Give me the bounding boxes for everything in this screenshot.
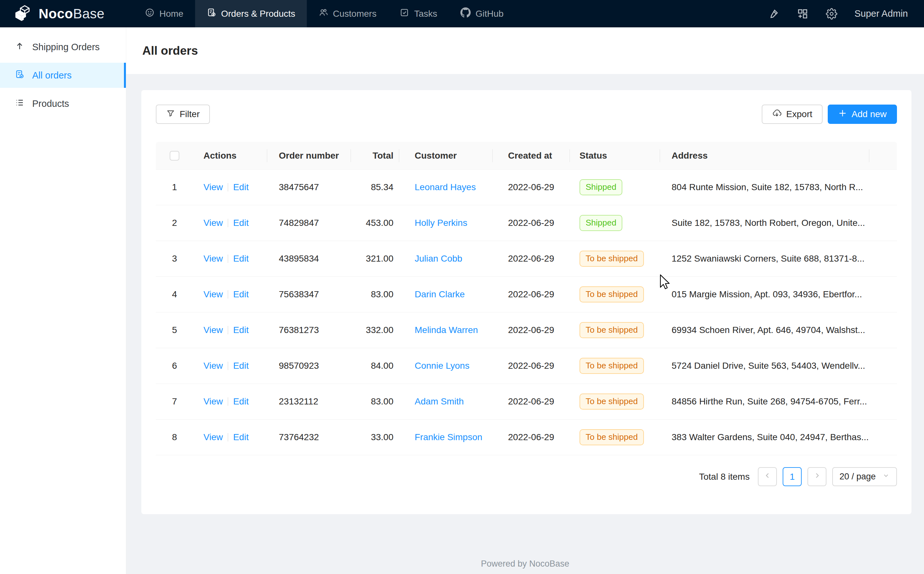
customer-link[interactable]: Adam Smith (415, 396, 464, 407)
view-link[interactable]: View (204, 182, 223, 192)
page-size-value: 20 / page (839, 472, 876, 482)
filter-button-label: Filter (180, 109, 200, 119)
sidebar-item-products[interactable]: Products (0, 91, 126, 116)
tab-tasks[interactable]: Tasks (388, 0, 449, 27)
customer-link[interactable]: Connie Lyons (415, 361, 469, 371)
tab-home[interactable]: Home (133, 0, 195, 27)
edit-link[interactable]: Edit (233, 432, 248, 442)
orders-table: Actions Order number Total Customer Crea… (156, 142, 897, 455)
view-link[interactable]: View (204, 218, 223, 228)
table-toolbar: Filter Export (156, 104, 897, 124)
action-divider (227, 219, 228, 227)
view-link[interactable]: View (204, 432, 223, 442)
order-number-cell: 43895834 (267, 241, 351, 276)
address-cell: 015 Margie Mission, Apt. 093, 34936, Ebe… (660, 277, 869, 312)
edit-link[interactable]: Edit (233, 396, 248, 407)
view-link[interactable]: View (204, 361, 223, 371)
order-doc-icon (207, 8, 216, 20)
row-actions: ViewEdit (193, 205, 267, 241)
pagination-next-button[interactable] (807, 467, 826, 486)
status-cell: Shipped (570, 170, 660, 205)
table-row: 5ViewEdit76381273332.00Melinda Warren202… (156, 312, 897, 348)
status-cell: Shipped (570, 205, 660, 241)
column-header-created-at: Created at (493, 142, 570, 169)
edit-link[interactable]: Edit (233, 289, 248, 300)
user-menu[interactable]: Super Admin (855, 8, 908, 19)
view-link[interactable]: View (204, 289, 223, 300)
sidebar-item-shipping-orders[interactable]: Shipping Orders (0, 35, 126, 60)
customer-cell: Connie Lyons (399, 348, 493, 383)
table-row: 8ViewEdit7376423233.00Frankie Simpson202… (156, 419, 897, 455)
customer-link[interactable]: Holly Perkins (415, 218, 467, 228)
tab-label: Home (160, 9, 183, 19)
row-index: 8 (156, 419, 193, 455)
logo-text: NocoBase (39, 6, 105, 22)
row-spacer (869, 348, 897, 383)
row-actions: ViewEdit (193, 312, 267, 348)
status-badge: To be shipped (580, 429, 644, 445)
total-cell: 453.00 (351, 205, 399, 241)
add-new-button[interactable]: Add new (828, 104, 897, 124)
tab-orders-products[interactable]: Orders & Products (195, 0, 307, 27)
page-size-select[interactable]: 20 / page (832, 467, 897, 486)
customer-link[interactable]: Darin Clarke (415, 289, 465, 300)
sidebar-item-label: All orders (32, 70, 72, 81)
created-at-cell: 2022-06-29 (493, 312, 570, 348)
highlighter-icon[interactable] (768, 8, 780, 20)
customer-link[interactable]: Frankie Simpson (415, 432, 482, 442)
customer-link[interactable]: Leonard Hayes (415, 182, 476, 192)
customer-link[interactable]: Julian Cobb (415, 254, 462, 264)
tab-customers[interactable]: Customers (307, 0, 388, 27)
edit-link[interactable]: Edit (233, 254, 248, 264)
view-link[interactable]: View (204, 254, 223, 264)
view-link[interactable]: View (204, 396, 223, 407)
row-actions: ViewEdit (193, 384, 267, 419)
sidebar-item-all-orders[interactable]: All orders (0, 63, 126, 88)
filter-button[interactable]: Filter (156, 104, 210, 124)
customer-cell: Darin Clarke (399, 277, 493, 312)
main-nav: Home Orders & Products (133, 0, 515, 27)
customer-link[interactable]: Melinda Warren (415, 325, 478, 335)
created-at-cell: 2022-06-29 (493, 241, 570, 276)
address-cell: 84856 Hirthe Run, Suite 268, 94754-6705,… (660, 384, 869, 419)
row-index: 3 (156, 241, 193, 276)
edit-link[interactable]: Edit (233, 361, 248, 371)
address-cell: 383 Walter Gardens, Suite 040, 24947, Be… (660, 419, 869, 455)
people-icon (318, 8, 328, 20)
nocobase-logo[interactable]: NocoBase (0, 0, 126, 27)
customer-cell: Holly Perkins (399, 205, 493, 241)
row-actions: ViewEdit (193, 241, 267, 276)
created-at-cell: 2022-06-29 (493, 384, 570, 419)
select-all-checkbox[interactable] (170, 151, 179, 161)
topbar: NocoBase Home Orders & Pr (0, 0, 924, 27)
total-cell: 84.00 (351, 348, 399, 383)
customer-cell: Melinda Warren (399, 312, 493, 348)
customer-cell: Julian Cobb (399, 241, 493, 276)
tab-label: Orders & Products (221, 9, 295, 19)
gear-icon[interactable] (826, 8, 838, 20)
powered-by-footer: Powered by NocoBase (126, 559, 924, 569)
action-divider (227, 397, 228, 406)
edit-link[interactable]: Edit (233, 218, 248, 228)
table-row: 2ViewEdit74829847453.00Holly Perkins2022… (156, 205, 897, 241)
status-badge: Shipped (580, 179, 622, 195)
action-divider (227, 326, 228, 334)
pagination-page-1[interactable]: 1 (783, 467, 802, 486)
table-row: 6ViewEdit9857092384.00Connie Lyons2022-0… (156, 348, 897, 384)
row-index: 1 (156, 170, 193, 205)
export-button[interactable]: Export (762, 104, 823, 124)
row-spacer (869, 419, 897, 455)
github-icon (460, 7, 471, 20)
view-link[interactable]: View (204, 325, 223, 335)
total-cell: 83.00 (351, 277, 399, 312)
row-index: 5 (156, 312, 193, 348)
plugin-grid-icon[interactable] (796, 8, 809, 20)
customer-cell: Frankie Simpson (399, 419, 493, 455)
tab-github[interactable]: GitHub (449, 0, 515, 27)
total-cell: 85.34 (351, 170, 399, 205)
column-header-actions: Actions (193, 142, 267, 169)
select-all-cell (156, 142, 193, 169)
edit-link[interactable]: Edit (233, 182, 248, 192)
edit-link[interactable]: Edit (233, 325, 248, 335)
pagination-prev-button[interactable] (758, 467, 777, 486)
